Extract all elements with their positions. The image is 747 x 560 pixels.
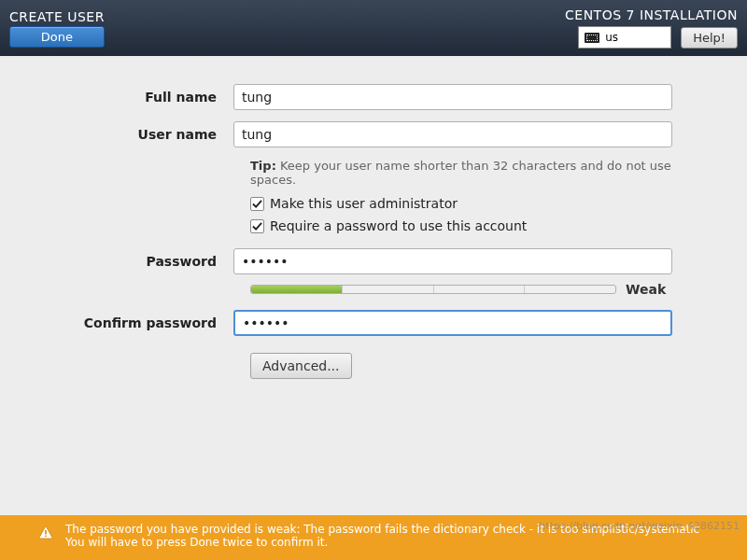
confirm-password-label: Confirm password xyxy=(75,315,233,330)
warning-icon xyxy=(37,525,54,541)
strength-segment xyxy=(343,286,434,293)
top-bar: CREATE USER Done CENTOS 7 INSTALLATION u… xyxy=(0,0,747,56)
keyboard-icon xyxy=(585,33,599,43)
strength-segment xyxy=(251,286,343,293)
username-tip: Tip: Keep your user name shorter than 32… xyxy=(250,159,672,187)
svg-rect-0 xyxy=(45,530,47,535)
require-password-checkbox-label: Require a password to use this account xyxy=(270,218,527,233)
require-password-checkbox[interactable] xyxy=(250,219,264,233)
fullname-label: Full name xyxy=(75,90,233,105)
help-button[interactable]: Help! xyxy=(681,27,738,49)
admin-checkbox-label: Make this user administrator xyxy=(270,196,458,211)
strength-segment xyxy=(525,286,615,293)
password-label: Password xyxy=(75,254,233,269)
tip-prefix: Tip: xyxy=(250,159,276,173)
confirm-password-input[interactable] xyxy=(233,310,672,336)
install-title: CENTOS 7 INSTALLATION xyxy=(565,7,738,22)
svg-rect-1 xyxy=(45,536,47,538)
keyboard-layout-selector[interactable]: us xyxy=(578,26,671,49)
password-strength-meter xyxy=(250,285,616,294)
strength-label: Weak xyxy=(626,282,672,297)
password-input[interactable] xyxy=(233,248,672,274)
checkmark-icon xyxy=(252,221,262,231)
page-title: CREATE USER xyxy=(9,9,105,24)
warning-text: The password you have provided is weak: … xyxy=(65,523,710,549)
warning-footer: The password you have provided is weak: … xyxy=(0,515,747,560)
strength-segment xyxy=(434,286,526,293)
tip-text: Keep your user name shorter than 32 char… xyxy=(250,159,671,187)
admin-checkbox[interactable] xyxy=(250,197,264,211)
checkmark-icon xyxy=(252,199,262,209)
username-label: User name xyxy=(75,127,233,142)
fullname-input[interactable] xyxy=(233,84,672,110)
form-area: Full name User name Tip: Keep your user … xyxy=(0,56,747,379)
username-input[interactable] xyxy=(233,121,672,147)
done-button[interactable]: Done xyxy=(9,26,105,48)
keyboard-layout-label: us xyxy=(605,31,618,44)
advanced-button[interactable]: Advanced... xyxy=(250,353,352,379)
